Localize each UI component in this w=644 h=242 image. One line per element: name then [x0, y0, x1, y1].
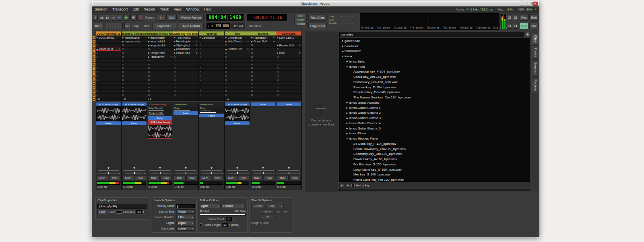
menu-region[interactable]: Region	[144, 7, 155, 11]
follow-length-spinner[interactable]: 32▲▼	[222, 223, 230, 227]
empty-clip-slot[interactable]	[276, 86, 301, 90]
empty-clip-slot[interactable]	[147, 82, 173, 86]
empty-clip-slot[interactable]	[96, 71, 121, 75]
empty-clip-slot[interactable]	[173, 74, 198, 78]
solo-button[interactable]: Solo	[109, 176, 121, 180]
empty-clip-slot[interactable]	[147, 67, 173, 71]
preview-play-button[interactable]: ▶	[339, 183, 344, 188]
solo-button[interactable]: Solo	[186, 176, 198, 180]
empty-clip-slot[interactable]	[122, 74, 147, 78]
empty-clip-slot[interactable]	[122, 63, 147, 67]
expand-icon[interactable]: ▶	[345, 112, 349, 114]
menu-help[interactable]: Help	[204, 7, 212, 11]
empty-clip-slot[interactable]	[96, 51, 121, 55]
empty-clip-slot[interactable]	[225, 74, 250, 78]
expand-icon[interactable]: ▶	[345, 117, 349, 119]
plugin-control[interactable]: DelayBypassing	[199, 106, 224, 113]
empty-clip-slot[interactable]	[147, 71, 173, 75]
empty-clip-slot[interactable]	[225, 63, 250, 67]
clip-slot[interactable]: ▶ampnchrdlpl	[147, 44, 173, 48]
tab-tracks[interactable]: Tracks	[532, 46, 538, 59]
empty-clip-slot[interactable]	[199, 71, 224, 75]
empty-clip-slot[interactable]	[225, 94, 250, 98]
stretch-toggle-button[interactable]: Stretch	[251, 204, 266, 208]
bpm-value-field[interactable]: 96.00	[261, 209, 275, 214]
cue-launch-button-E[interactable]: E	[93, 51, 95, 54]
tree-item[interactable]: Requiem-key_Dm-146_bpm.wav	[340, 90, 530, 95]
clip-slot[interactable]: ▶mpnchrdslpl	[147, 40, 173, 44]
expand-icon[interactable]: ▶	[345, 122, 349, 124]
track-drop-zone[interactable]: Drop a clip here to create a new Track	[305, 31, 338, 192]
empty-clip-slot[interactable]	[122, 67, 147, 71]
gain-spinner[interactable]: 0.0 ▲▼	[136, 210, 144, 214]
cue-launch-button-A[interactable]: A	[93, 36, 95, 39]
tree-item[interactable]: ▶lenox-Guitar Electric 4	[340, 121, 530, 126]
clip-slot[interactable]: ▶Bark↻	[276, 51, 301, 55]
tree-item[interactable]: ▶graver-flac	[340, 38, 530, 44]
track-header[interactable]: opening	[199, 31, 224, 36]
time-signature-display[interactable]: TS: 4/4	[231, 23, 245, 29]
stop-button[interactable]: ■	[130, 14, 136, 21]
clip-slot[interactable]: ▶mpnprcssnlg?	[122, 36, 147, 40]
menu-track[interactable]: Track	[160, 7, 169, 11]
go-to-end-button[interactable]: ▶|	[105, 14, 110, 21]
solo-button[interactable]: Solo	[212, 176, 224, 180]
tree-item[interactable]: ▶lenox-Piano	[340, 131, 530, 136]
expand-icon[interactable]: ▶	[345, 101, 349, 104]
empty-clip-slot[interactable]	[173, 86, 198, 90]
gain-fader[interactable]: ▼	[201, 166, 222, 171]
empty-clip-slot[interactable]	[173, 71, 198, 75]
empty-clip-slot[interactable]	[96, 63, 121, 67]
half-tempo-button[interactable]: /2	[276, 209, 281, 214]
chevron-down-icon[interactable]: ▾	[535, 8, 537, 11]
expand-icon[interactable]: ▶	[345, 127, 349, 129]
empty-clip-slot[interactable]	[225, 59, 250, 63]
plugin-control[interactable]: Wet Level (dB)	[148, 111, 172, 116]
expand-icon[interactable]: ▶	[341, 45, 345, 47]
clip-slot[interactable]: ▶TThThmkyCi	[173, 36, 198, 40]
pan-control[interactable]: LR	[97, 171, 120, 175]
search-input[interactable]	[339, 32, 524, 37]
menu-transport[interactable]: Transport	[112, 7, 128, 11]
tree-item[interactable]: Pleine Lune-key_Fm-130_bpm.wav	[340, 177, 530, 182]
gain-fader[interactable]: ▼	[278, 166, 299, 171]
empty-clip-slot[interactable]	[96, 40, 121, 44]
empty-clip-slot[interactable]	[225, 55, 250, 59]
gain-fader[interactable]: ▼	[252, 166, 274, 171]
tree-item[interactable]: ▼lenox-Rhodes Piano	[340, 136, 530, 141]
tree-item[interactable]: ▶lenox-Guitar Electric 2	[340, 111, 530, 116]
clip-name-field[interactable]: joburg (lp 96)	[97, 204, 147, 209]
empty-clip-slot[interactable]	[173, 90, 198, 94]
follow-count-spinner[interactable]: 1▲▼	[226, 217, 234, 221]
punch-out-button[interactable]: Out	[166, 14, 177, 21]
inline-scope-display[interactable]	[225, 106, 250, 121]
follow-range-button[interactable]: Follow Range	[179, 14, 204, 21]
tree-item[interactable]: Pawnee-key_D-104_bpm.wav	[340, 85, 530, 90]
fader-processor-button[interactable]: Fader	[199, 114, 224, 117]
fader-processor-button[interactable]: Fader	[148, 116, 172, 120]
pan-control[interactable]: LR	[149, 171, 171, 175]
empty-clip-slot[interactable]	[122, 82, 147, 86]
mute-button[interactable]: Mute	[251, 176, 263, 180]
vari-speed-button[interactable]: VS	[124, 23, 130, 29]
tree-item[interactable]: ▶lenox-Guitar Acoustic	[340, 100, 530, 105]
color-swatch[interactable]	[117, 210, 122, 214]
empty-clip-slot[interactable]	[122, 94, 147, 98]
empty-clip-slot[interactable]	[225, 71, 250, 75]
empty-clip-slot[interactable]	[96, 55, 121, 59]
shuttle-control[interactable]	[105, 23, 123, 29]
empty-clip-slot[interactable]	[122, 44, 147, 48]
empty-clip-slot[interactable]	[250, 86, 276, 90]
expand-icon[interactable]: ▶	[341, 50, 345, 52]
rec-cues-button[interactable]: Rec Cues	[308, 14, 327, 21]
solo-button[interactable]: Solo	[238, 176, 250, 180]
clip-slot[interactable]: ▶JOMOdrmlp1	[96, 36, 121, 40]
cue-launch-button-D[interactable]: D	[93, 48, 95, 51]
audition-button[interactable]: Audition	[294, 18, 307, 21]
empty-clip-slot[interactable]	[250, 67, 276, 71]
empty-clip-slot[interactable]	[250, 82, 276, 86]
cue-launch-button-B[interactable]: B	[93, 40, 95, 43]
follow-action-left-dropdown[interactable]: Again▾	[200, 204, 221, 208]
solo-button[interactable]: Solo	[161, 176, 172, 180]
tempo-display[interactable]: ♩ > 120.000	[206, 23, 230, 29]
